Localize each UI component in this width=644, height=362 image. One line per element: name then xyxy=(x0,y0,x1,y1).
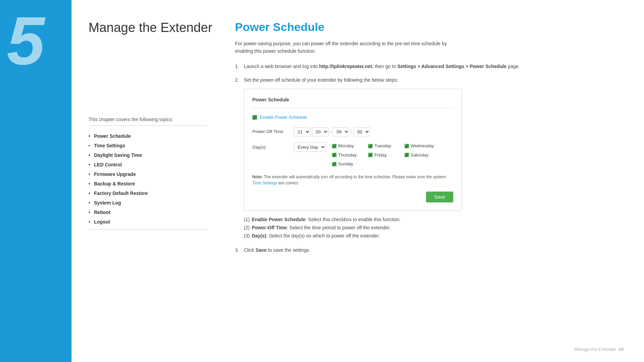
power-schedule-ui-box: Power Schedule Enable Power Schedule Pow… xyxy=(244,89,462,211)
tuesday-label: Tuesday xyxy=(374,143,391,150)
explain-text-3: Day(s): Select the day(s) on which to po… xyxy=(252,232,380,240)
enable-row: Enable Power Schedule xyxy=(252,114,453,121)
ui-box-title: Power Schedule xyxy=(252,96,453,108)
intro-text: For power-saving purpose, you can power … xyxy=(235,40,460,55)
chapter-intro: This chapter covers the following topics… xyxy=(89,117,208,126)
explain-text-2: Power-Off Time: Select the time period t… xyxy=(252,224,391,232)
thursday-checkbox[interactable] xyxy=(332,153,336,157)
day-dropdown: Every Day xyxy=(294,143,326,152)
topic-label: Backup & Restore xyxy=(94,181,135,186)
footer: Manage the Extender 24 xyxy=(574,347,624,352)
save-row: Save xyxy=(252,192,453,202)
list-item[interactable]: Factory Default Restore xyxy=(89,188,208,198)
step-1: 1. Launch a web browser and log into htt… xyxy=(235,63,624,70)
sunday-check-item[interactable]: Sunday xyxy=(332,161,361,168)
section-title: Power Schedule xyxy=(235,20,624,34)
friday-checkbox[interactable] xyxy=(368,153,373,157)
saturday-label: Saturday xyxy=(411,152,428,159)
step-num: 3. xyxy=(235,246,241,254)
day-select[interactable]: Every Day xyxy=(294,143,326,152)
list-item[interactable]: Daylight Saving Time xyxy=(89,150,208,160)
explain-item-2: (2) Power-Off Time: Select the time peri… xyxy=(244,224,624,232)
minute-start-select[interactable]: 00 xyxy=(312,127,329,136)
chapter-panel: 5 xyxy=(0,0,72,362)
step-3: 3. Click Save to save the settings. xyxy=(235,246,624,254)
thursday-label: Thursday xyxy=(338,152,357,159)
step-num: 1. xyxy=(235,63,241,70)
sunday-checkbox[interactable] xyxy=(332,162,336,166)
time-selects: 21 00 - 09 : xyxy=(294,127,370,136)
enable-power-schedule-label: Enable Power Schedule xyxy=(260,114,307,121)
time-settings-link[interactable]: Time Settings xyxy=(252,181,277,185)
explain-item-1: (1) Enable Power Schedule: Select this c… xyxy=(244,216,624,224)
step-1-content: Launch a web browser and log into http:/… xyxy=(244,63,624,70)
list-item[interactable]: LED Control xyxy=(89,160,208,169)
sunday-label: Sunday xyxy=(338,161,353,168)
topic-label: LED Control xyxy=(94,162,122,167)
hour-start-select[interactable]: 21 xyxy=(294,127,311,136)
explain-num: (3) xyxy=(244,232,250,240)
chapter-number: 5 xyxy=(7,7,45,75)
list-item[interactable]: Power Schedule xyxy=(89,131,208,141)
wednesday-check-item[interactable]: Wednesday xyxy=(405,143,434,150)
saturday-checkbox[interactable] xyxy=(405,153,409,157)
step-2-text: Set the power-off schedule of your exten… xyxy=(244,77,398,83)
topic-label: System Log xyxy=(94,200,121,205)
topic-label: Time Settings xyxy=(94,143,125,148)
right-content-section: Power Schedule For power-saving purpose,… xyxy=(221,0,644,362)
friday-check-item[interactable]: Friday xyxy=(368,152,397,159)
topic-list: Power Schedule Time Settings Daylight Sa… xyxy=(89,131,208,230)
hour-end-select[interactable]: 09 xyxy=(333,127,349,136)
friday-label: Friday xyxy=(374,152,387,159)
minute-end-select[interactable]: 00 xyxy=(354,127,370,136)
days-label: Day(s): xyxy=(252,144,290,151)
step-3-content: Click Save to save the settings. xyxy=(244,246,624,254)
days-row: Day(s): Every Day xyxy=(252,143,453,168)
explain-text-1: Enable Power Schedule: Select this check… xyxy=(252,216,400,224)
step-2-content: Set the power-off schedule of your exten… xyxy=(244,76,624,240)
time-separator: - xyxy=(330,128,331,135)
steps-list: 1. Launch a web browser and log into htt… xyxy=(235,63,624,254)
list-item[interactable]: Firmware Upgrade xyxy=(89,169,208,179)
note-text: Note: The extender will automatically tu… xyxy=(252,174,450,186)
monday-check-item[interactable]: Monday xyxy=(332,143,361,150)
list-item[interactable]: Backup & Restore xyxy=(89,179,208,188)
topic-label: Factory Default Restore xyxy=(94,191,148,196)
list-item[interactable]: Time Settings xyxy=(89,141,208,150)
explain-item-3: (3) Day(s): Select the day(s) on which t… xyxy=(244,232,624,240)
monday-label: Monday xyxy=(338,143,354,150)
list-item[interactable]: Reboot xyxy=(89,208,208,217)
saturday-check-item[interactable]: Saturday xyxy=(405,152,434,159)
wednesday-checkbox[interactable] xyxy=(405,144,409,148)
power-off-time-label: Power-Off Time: xyxy=(252,128,290,135)
topic-label: Power Schedule xyxy=(94,133,131,139)
power-off-time-row: Power-Off Time: 21 00 - 09 xyxy=(252,127,453,136)
page-number: 24 xyxy=(619,347,624,352)
explain-num: (1) xyxy=(244,216,250,224)
chapter-title: Manage the Extender xyxy=(89,20,208,35)
step-num: 2. xyxy=(235,76,241,84)
thursday-check-item[interactable]: Thursday xyxy=(332,152,361,159)
day-checkboxes: Monday Tuesday Wednesday xyxy=(332,143,434,168)
topic-label: Daylight Saving Time xyxy=(94,152,142,158)
left-text-section: Manage the Extender This chapter covers … xyxy=(72,0,221,362)
tuesday-checkbox[interactable] xyxy=(368,144,373,148)
wednesday-label: Wednesday xyxy=(411,143,434,150)
list-item[interactable]: Logout xyxy=(89,217,208,230)
topic-label: Logout xyxy=(94,219,110,225)
footer-text: Manage the Extender xyxy=(574,347,616,352)
save-button[interactable]: Save xyxy=(426,192,453,202)
explain-list: (1) Enable Power Schedule: Select this c… xyxy=(244,216,624,240)
day-selects: Every Day Monday xyxy=(294,143,434,168)
list-item[interactable]: System Log xyxy=(89,198,208,208)
explain-num: (2) xyxy=(244,224,250,232)
step-2: 2. Set the power-off schedule of your ex… xyxy=(235,76,624,240)
topic-label: Reboot xyxy=(94,210,110,215)
topic-label: Firmware Upgrade xyxy=(94,171,136,177)
enable-power-schedule-checkbox[interactable] xyxy=(252,115,257,120)
time-colon: : xyxy=(351,128,352,135)
monday-checkbox[interactable] xyxy=(332,144,336,148)
main-content: Manage the Extender This chapter covers … xyxy=(72,0,644,362)
tuesday-check-item[interactable]: Tuesday xyxy=(368,143,397,150)
